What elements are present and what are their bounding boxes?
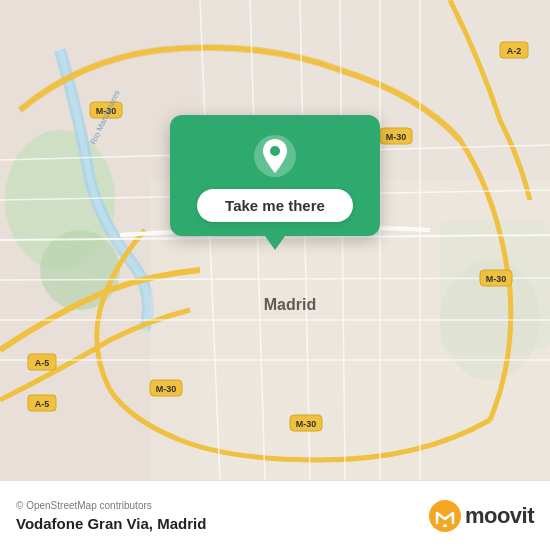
popup-card: Take me there [170, 115, 380, 236]
svg-point-40 [443, 524, 447, 527]
bottom-bar: © OpenStreetMap contributors Vodafone Gr… [0, 480, 550, 550]
map-container: M-30 M-30 M-30 M-30 M-30 A-5 A-5 A-2 Río… [0, 0, 550, 480]
svg-text:M-30: M-30 [386, 132, 407, 142]
bottom-info: © OpenStreetMap contributors Vodafone Gr… [16, 500, 206, 532]
svg-text:M-30: M-30 [156, 384, 177, 394]
svg-text:A-5: A-5 [35, 358, 50, 368]
svg-text:M-30: M-30 [296, 419, 317, 429]
moovit-logo: moovit [429, 500, 534, 532]
location-name: Vodafone Gran Via, Madrid [16, 515, 206, 532]
take-me-there-button[interactable]: Take me there [197, 189, 353, 222]
svg-point-39 [270, 146, 280, 156]
osm-credit: © OpenStreetMap contributors [16, 500, 206, 511]
svg-text:A-2: A-2 [507, 46, 522, 56]
svg-text:A-5: A-5 [35, 399, 50, 409]
moovit-text: moovit [465, 503, 534, 529]
svg-text:M-30: M-30 [486, 274, 507, 284]
location-pin-icon [252, 133, 298, 179]
moovit-icon [429, 500, 461, 532]
svg-point-2 [40, 230, 120, 310]
svg-text:Madrid: Madrid [264, 296, 316, 313]
